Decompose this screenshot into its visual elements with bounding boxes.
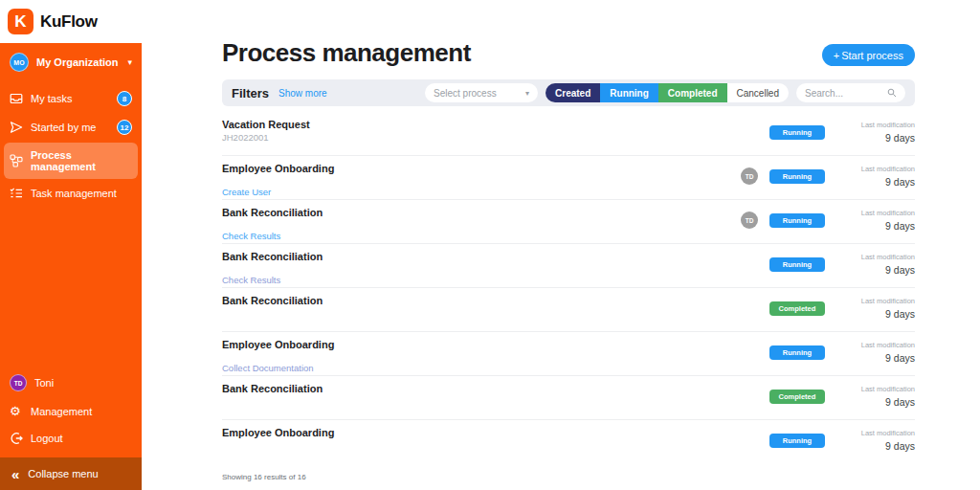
sidebar-item-label: Management xyxy=(31,406,92,417)
plus-icon: + xyxy=(834,50,839,61)
gear-icon: ⚙ xyxy=(10,405,23,418)
logout-icon xyxy=(10,432,23,445)
sidebar-item-label: Task management xyxy=(31,188,117,199)
last-modification-label: Last modification xyxy=(836,341,915,349)
process-title: Bank Reconciliation xyxy=(222,251,323,262)
select-process-dropdown[interactable]: Select process ▾ xyxy=(425,83,538,102)
filter-chip-completed[interactable]: Completed xyxy=(658,83,727,102)
process-title: Bank Reconciliation xyxy=(222,295,323,306)
status-badge: Completed xyxy=(769,301,825,316)
sidebar-item-label: My tasks xyxy=(31,93,72,104)
last-modification-value: 9 days xyxy=(836,440,915,452)
status-badge: Running xyxy=(769,345,825,360)
last-modification-value: 9 days xyxy=(836,396,915,408)
filter-chip-cancelled[interactable]: Cancelled xyxy=(727,83,789,102)
process-row[interactable]: Bank Reconciliation Completed Last modif… xyxy=(222,288,915,332)
workflow-icon xyxy=(10,154,23,167)
last-modification-value: 9 days xyxy=(836,132,915,144)
last-modification-value: 9 days xyxy=(836,264,915,276)
last-modification-label: Last modification xyxy=(836,253,915,261)
filters-title: Filters xyxy=(232,86,269,100)
task-link[interactable]: Collect Documentation xyxy=(222,363,334,373)
last-modification-label: Last modification xyxy=(836,297,915,305)
sidebar-item-management[interactable]: ⚙ Management xyxy=(0,398,142,425)
select-process-placeholder: Select process xyxy=(434,88,497,99)
process-row[interactable]: Employee Onboarding Create User TD Runni… xyxy=(222,156,915,200)
last-modification-value: 9 days xyxy=(836,308,915,320)
chevron-down-icon: ▾ xyxy=(127,57,132,67)
filters-bar: Filters Show more Select process ▾ Creat… xyxy=(222,79,915,106)
organization-label: My Organization xyxy=(36,56,119,68)
sidebar-item-label: Started by me xyxy=(31,122,96,133)
send-icon xyxy=(10,121,23,134)
last-modification-label: Last modification xyxy=(836,165,915,173)
sidebar-item-process-management[interactable]: Process management xyxy=(4,143,138,179)
sidebar-item-task-management[interactable]: Task management xyxy=(0,180,142,207)
process-title: Vacation Request xyxy=(222,119,310,130)
sidebar-item-my-tasks[interactable]: My tasks 8 xyxy=(0,84,142,113)
process-row[interactable]: Vacation Request JH2022001 Running Last … xyxy=(222,112,915,156)
task-link[interactable]: Check Results xyxy=(222,231,323,241)
start-process-button[interactable]: + Start process xyxy=(822,44,915,66)
inbox-icon xyxy=(10,92,23,105)
process-reference: JH2022001 xyxy=(222,132,310,143)
search-box xyxy=(796,83,905,102)
status-badge: Running xyxy=(769,169,825,184)
task-link[interactable]: Check Results xyxy=(222,275,323,285)
status-badge: Completed xyxy=(769,390,825,404)
process-title: Employee Onboarding xyxy=(222,163,334,174)
logo-bar: K KuFlow xyxy=(0,0,142,43)
brand-name: KuFlow xyxy=(40,12,98,32)
process-row[interactable]: Employee Onboarding Running Last modific… xyxy=(222,420,915,464)
assignee-avatar: TD xyxy=(741,167,758,185)
task-link[interactable]: Create User xyxy=(222,187,334,197)
kuflow-logo-icon: K xyxy=(8,9,33,34)
assignee-avatar: TD xyxy=(741,212,758,229)
search-input[interactable] xyxy=(805,88,887,99)
started-by-me-count-badge: 12 xyxy=(117,120,132,135)
status-badge: Running xyxy=(769,213,825,228)
last-modification-label: Last modification xyxy=(836,429,915,437)
process-title: Employee Onboarding xyxy=(222,339,334,350)
filter-chip-running[interactable]: Running xyxy=(600,83,658,102)
filter-chip-created[interactable]: Created xyxy=(546,83,600,102)
double-chevron-left-icon: « xyxy=(11,467,19,481)
page-title: Process management xyxy=(222,0,915,68)
sidebar-item-label: Process management xyxy=(31,149,132,172)
organization-switcher[interactable]: MO My Organization ▾ xyxy=(0,43,142,80)
sidebar-item-logout[interactable]: Logout xyxy=(0,425,142,452)
collapse-menu-button[interactable]: « Collapse menu xyxy=(0,457,142,490)
last-modification-value: 9 days xyxy=(836,220,915,232)
user-name: Toni xyxy=(34,377,54,389)
last-modification-value: 9 days xyxy=(836,176,915,188)
results-count: Showing 16 results of 16 xyxy=(222,473,915,481)
show-more-link[interactable]: Show more xyxy=(278,88,327,99)
start-process-label: Start process xyxy=(841,50,903,61)
sidebar-bottom: TD Toni ⚙ Management Logout xyxy=(0,368,142,452)
process-row[interactable]: Bank Reconciliation Completed Last modif… xyxy=(222,376,915,420)
status-badge: Running xyxy=(769,257,825,272)
last-modification-value: 9 days xyxy=(836,352,915,364)
status-badge: Running xyxy=(769,125,825,140)
process-title: Bank Reconciliation xyxy=(222,383,323,394)
chevron-down-icon: ▾ xyxy=(525,89,529,98)
sidebar-item-profile[interactable]: TD Toni xyxy=(0,368,142,398)
status-filter-group: Created Running Completed Cancelled xyxy=(546,83,789,102)
process-row[interactable]: Bank Reconciliation Check Results Runnin… xyxy=(222,244,915,288)
process-row[interactable]: Employee Onboarding Collect Documentatio… xyxy=(222,332,915,376)
checklist-icon xyxy=(10,187,23,200)
sidebar-item-started-by-me[interactable]: Started by me 12 xyxy=(0,113,142,142)
last-modification-label: Last modification xyxy=(836,121,915,129)
status-badge: Running xyxy=(769,434,825,448)
collapse-menu-label: Collapse menu xyxy=(28,468,98,479)
last-modification-label: Last modification xyxy=(836,209,915,217)
my-tasks-count-badge: 8 xyxy=(117,91,132,106)
last-modification-label: Last modification xyxy=(836,385,915,393)
main-area: Process management + Start process Filte… xyxy=(142,0,980,490)
process-title: Employee Onboarding xyxy=(222,427,334,438)
process-title: Bank Reconciliation xyxy=(222,207,323,218)
user-avatar: TD xyxy=(10,374,27,391)
sidebar: MO My Organization ▾ My tasks 8 Started … xyxy=(0,43,142,490)
process-list: Vacation Request JH2022001 Running Last … xyxy=(222,112,915,464)
process-row[interactable]: Bank Reconciliation Check Results TD Run… xyxy=(222,200,915,244)
